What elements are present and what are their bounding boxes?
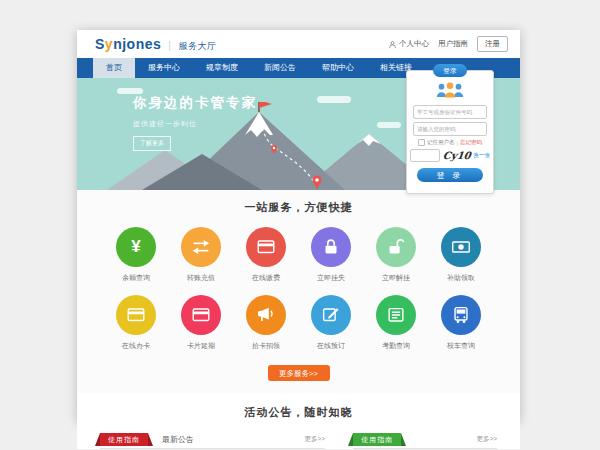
usage-guide-ribbon[interactable]: 使用指南 [100, 433, 148, 446]
captcha-input[interactable] [410, 149, 440, 162]
site-header: Synjones|服务大厅 个人中心 用户指南 注册 [77, 30, 520, 58]
more-link-right[interactable]: 更多>> [476, 435, 497, 444]
nav-item-home[interactable]: 首页 [93, 58, 135, 78]
login-tab[interactable]: 登录 [433, 64, 467, 77]
services-row-2: 在线办卡 卡片延期 拾卡招领 [77, 295, 520, 351]
person-icon [388, 40, 397, 49]
site-name: 服务大厅 [178, 41, 216, 51]
lock-closed-icon[interactable] [311, 227, 351, 267]
services-row-1: ¥ 余额查询 转账充值 在线缴费 [77, 227, 520, 283]
megaphone-icon[interactable] [246, 295, 286, 335]
service-transfer-recharge[interactable]: 转账充值 [169, 227, 234, 283]
personal-center-link[interactable]: 个人中心 [388, 39, 429, 49]
service-balance-inquiry[interactable]: ¥ 余额查询 [104, 227, 169, 283]
header-links: 个人中心 用户指南 注册 [388, 30, 508, 58]
hero-text: 你身边的卡管专家 提供捷径一步到位 了解更多 [133, 94, 257, 151]
password-input[interactable] [413, 122, 487, 136]
lock-open-icon[interactable] [376, 227, 416, 267]
login-options-row: 记住用户名 | 忘记密码 [407, 139, 493, 146]
transfer-arrows-icon[interactable] [181, 227, 221, 267]
guide-panel: 使用指南 最新公告 更多>> [100, 431, 325, 449]
remember-checkbox[interactable] [418, 139, 425, 146]
latest-news-tab[interactable]: 最新公告 [162, 434, 194, 445]
service-online-payment[interactable]: 在线缴费 [234, 227, 299, 283]
login-button[interactable]: 登 录 [417, 168, 483, 182]
attendance-list-icon[interactable] [376, 295, 416, 335]
logo-text2: njones [113, 36, 161, 52]
logo-accent: y [105, 36, 113, 52]
register-button[interactable]: 注册 [477, 36, 508, 52]
nav-item-news[interactable]: 新闻公告 [251, 58, 309, 78]
usage-guide-ribbon-green[interactable]: 使用指南 [353, 433, 401, 446]
personal-center-label: 个人中心 [399, 39, 429, 49]
service-card-extension[interactable]: 卡片延期 [169, 295, 234, 351]
services-section: 一站服务，方便快捷 ¥ 余额查询 转账充值 在线缴费 [77, 190, 520, 393]
bank-card-icon[interactable] [116, 295, 156, 335]
more-link-left[interactable]: 更多>> [305, 435, 326, 444]
guide-panel-2-header: 使用指南 更多>> [353, 431, 497, 449]
guide-panel-header: 使用指南 最新公告 更多>> [100, 431, 325, 449]
announcement-panels: 使用指南 最新公告 更多>> 使用指南 更多>> [77, 431, 520, 449]
service-attendance[interactable]: 考勤查询 [364, 295, 429, 351]
desktop-background: Synjones|服务大厅 个人中心 用户指南 注册 首页 服务中心 规章制度 … [0, 0, 600, 450]
login-panel: 登录 记住用户名 | 忘记密码 Cy10 换一张 登 录 [406, 70, 494, 194]
logo-divider: | [168, 40, 171, 51]
announcements-section: 活动公告，随时知晓 使用指南 最新公告 更多>> 使用指南 更多>> [77, 393, 520, 449]
hero-subtitle: 提供捷径一步到位 [133, 119, 257, 129]
hero-cta-button[interactable]: 了解更多 [133, 136, 171, 151]
service-subsidy-collect[interactable]: 补助领取 [429, 227, 494, 283]
hero-title: 你身边的卡管专家 [133, 94, 257, 112]
username-input[interactable] [413, 105, 487, 119]
edit-pencil-icon[interactable] [311, 295, 351, 335]
options-divider: | [457, 140, 458, 146]
bank-card-icon[interactable] [246, 227, 286, 267]
yuan-icon[interactable]: ¥ [116, 227, 156, 267]
service-online-booking[interactable]: 在线预订 [299, 295, 364, 351]
service-online-card[interactable]: 在线办卡 [104, 295, 169, 351]
captcha-image[interactable]: Cy10 [442, 150, 471, 161]
nav-item-service-center[interactable]: 服务中心 [135, 58, 193, 78]
webpage: Synjones|服务大厅 个人中心 用户指南 注册 首页 服务中心 规章制度 … [77, 30, 520, 422]
user-guide-link[interactable]: 用户指南 [438, 39, 468, 49]
nav-item-rules[interactable]: 规章制度 [193, 58, 251, 78]
service-release-loss[interactable]: 立即解挂 [364, 227, 429, 283]
captcha-row: Cy10 换一张 [407, 149, 493, 162]
banknote-icon[interactable] [441, 227, 481, 267]
users-icon [407, 81, 493, 102]
nav-item-help[interactable]: 帮助中心 [309, 58, 367, 78]
service-school-bus[interactable]: 校车查询 [429, 295, 494, 351]
user-guide-label: 用户指南 [438, 39, 468, 49]
guide-panel-2: 使用指南 更多>> [353, 431, 497, 449]
logo[interactable]: Synjones|服务大厅 [95, 36, 216, 53]
captcha-refresh-link[interactable]: 换一张 [474, 152, 491, 159]
bank-card-icon[interactable] [181, 295, 221, 335]
more-services-button[interactable]: 更多服务>> [268, 365, 330, 381]
logo-text: S [95, 36, 105, 52]
service-found-card[interactable]: 拾卡招领 [234, 295, 299, 351]
announcements-title: 活动公告，随时知晓 [77, 405, 520, 420]
forgot-password-link[interactable]: 忘记密码 [460, 139, 482, 146]
bus-icon[interactable] [441, 295, 481, 335]
service-report-loss[interactable]: 立即挂失 [299, 227, 364, 283]
remember-label: 记住用户名 [427, 139, 455, 146]
services-title: 一站服务，方便快捷 [77, 200, 520, 215]
